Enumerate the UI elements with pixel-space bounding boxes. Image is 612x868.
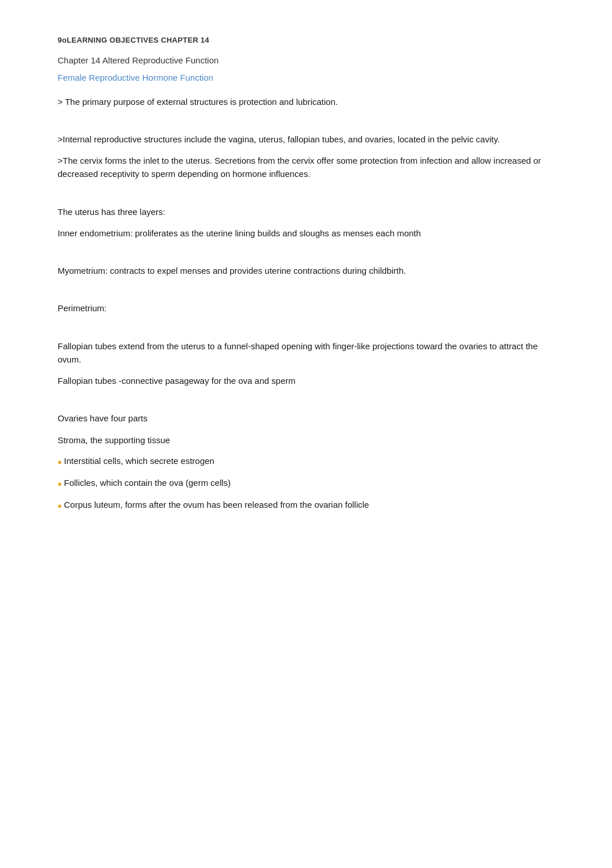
page-container: 9oLEARNING OBJECTIVES CHAPTER 14 Chapter… xyxy=(0,0,612,868)
spacer-4 xyxy=(58,285,554,301)
list-item: • Interstitial cells, which secrete estr… xyxy=(58,455,554,471)
paragraph-6: Myometrium: contracts to expel menses an… xyxy=(58,264,554,277)
paragraph-7: Perimetrium: xyxy=(58,301,554,315)
paragraph-11: Stroma, the supporting tissue xyxy=(58,433,554,447)
list-item: • Corpus luteum, forms after the ovum ha… xyxy=(58,499,554,515)
bullet-text-3: Corpus luteum, forms after the ovum has … xyxy=(64,499,369,512)
paragraph-9: Fallopian tubes -connective pasageway fo… xyxy=(58,374,554,387)
paragraph-10: Ovaries have four parts xyxy=(58,412,554,425)
spacer-2 xyxy=(58,189,554,205)
paragraph-1: > The primary purpose of external struct… xyxy=(58,95,554,108)
paragraph-4: The uterus has three layers: xyxy=(58,205,554,218)
section-header: 9oLEARNING OBJECTIVES CHAPTER 14 xyxy=(58,35,554,46)
paragraph-2: >Internal reproductive structures includ… xyxy=(58,133,554,146)
list-item: • Follicles, which contain the ova (germ… xyxy=(58,477,554,493)
bullet-text-1: Interstitial cells, which secrete estrog… xyxy=(64,455,214,468)
spacer-6 xyxy=(58,395,554,412)
spacer-5 xyxy=(58,323,554,339)
bullet-icon-2: • xyxy=(58,475,62,493)
spacer-3 xyxy=(58,248,554,264)
paragraph-3: >The cervix forms the inlet to the uteru… xyxy=(58,154,554,181)
paragraph-8: Fallopian tubes extend from the uterus t… xyxy=(58,339,554,367)
chapter-title: Chapter 14 Altered Reproductive Function xyxy=(58,54,554,67)
chapter-link[interactable]: Female Reproductive Hormone Function xyxy=(58,71,554,85)
bullet-icon-3: • xyxy=(58,497,62,515)
bullet-icon-1: • xyxy=(58,454,62,471)
spacer-1 xyxy=(58,116,554,133)
paragraph-5: Inner endometrium: proliferates as the u… xyxy=(58,227,554,240)
bullet-text-2: Follicles, which contain the ova (germ c… xyxy=(64,477,231,490)
